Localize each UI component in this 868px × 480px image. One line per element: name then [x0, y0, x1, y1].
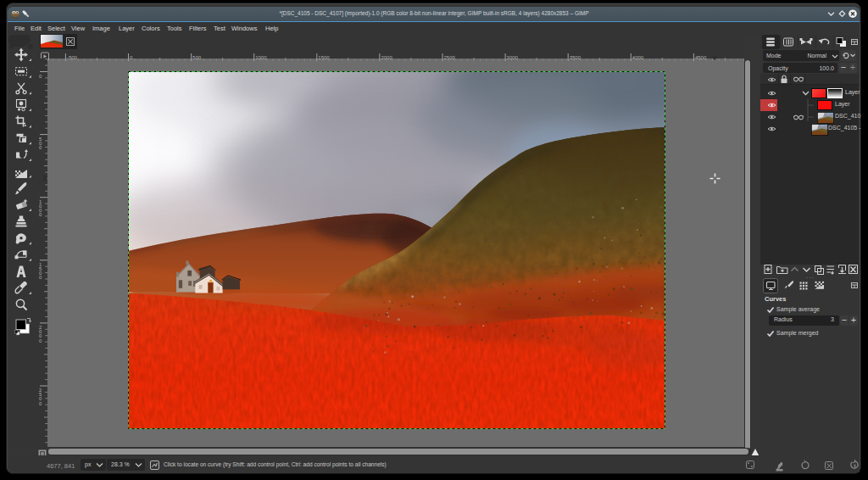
svg-text:4500: 4500 — [695, 55, 707, 60]
svg-text:2500: 2500 — [444, 55, 456, 60]
svg-text:0: 0 — [39, 338, 42, 343]
svg-text:1000: 1000 — [255, 55, 267, 60]
svg-text:3000: 3000 — [507, 55, 519, 60]
svg-text:0: 0 — [39, 145, 42, 150]
svg-text:0: 0 — [39, 74, 42, 79]
svg-text:0: 0 — [39, 401, 42, 406]
svg-text:1500: 1500 — [318, 55, 330, 60]
svg-text:2000: 2000 — [381, 55, 392, 60]
svg-text:-500: -500 — [67, 55, 78, 60]
svg-text:4000: 4000 — [632, 55, 644, 60]
svg-text:500: 500 — [192, 55, 202, 60]
svg-text:0: 0 — [130, 55, 133, 60]
svg-text:3500: 3500 — [570, 55, 581, 60]
svg-text:0: 0 — [39, 275, 42, 280]
svg-text:0: 0 — [39, 212, 42, 217]
